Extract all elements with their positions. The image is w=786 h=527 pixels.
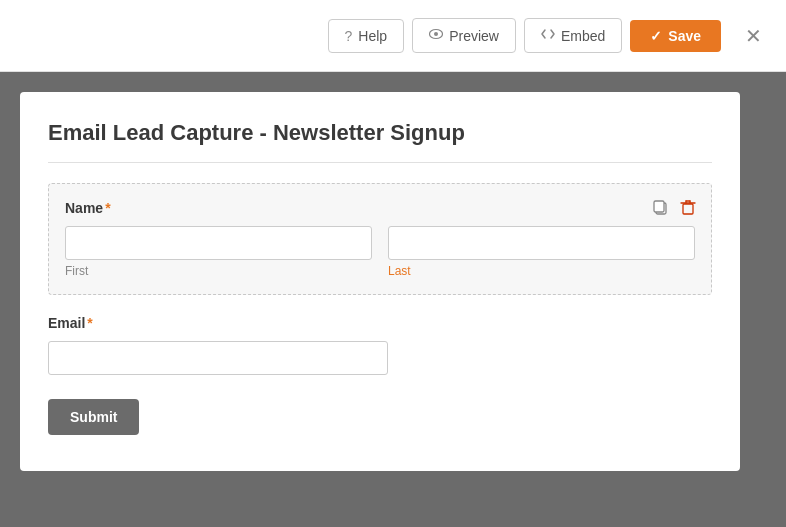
embed-icon (541, 27, 555, 44)
name-field-label: Name* (65, 200, 695, 216)
first-name-group: First (65, 226, 372, 278)
preview-label: Preview (449, 28, 499, 44)
close-button[interactable]: ✕ (737, 20, 770, 52)
submit-button[interactable]: Submit (48, 399, 139, 435)
svg-rect-3 (654, 201, 664, 212)
first-name-input[interactable] (65, 226, 372, 260)
delete-field-button[interactable] (677, 196, 699, 222)
email-input[interactable] (48, 341, 388, 375)
save-label: Save (668, 28, 701, 44)
first-sub-label: First (65, 264, 372, 278)
save-button[interactable]: ✓ Save (630, 20, 721, 52)
last-sub-label: Last (388, 264, 695, 278)
help-label: Help (358, 28, 387, 44)
close-icon: ✕ (745, 25, 762, 47)
name-inputs-row: First Last (65, 226, 695, 278)
preview-button[interactable]: Preview (412, 18, 516, 53)
embed-button[interactable]: Embed (524, 18, 622, 53)
last-name-input[interactable] (388, 226, 695, 260)
name-field-block: Name* (48, 183, 712, 295)
name-field-actions (649, 196, 699, 222)
name-label-text: Name (65, 200, 103, 216)
save-check-icon: ✓ (650, 28, 662, 44)
help-icon: ? (345, 28, 353, 44)
form-container: Email Lead Capture - Newsletter Signup N… (20, 92, 740, 471)
embed-label: Embed (561, 28, 605, 44)
last-name-group: Last (388, 226, 695, 278)
name-required-star: * (105, 200, 110, 216)
email-section: Email* (48, 315, 712, 375)
form-divider (48, 162, 712, 163)
email-label-text: Email (48, 315, 85, 331)
email-label: Email* (48, 315, 712, 331)
svg-rect-4 (683, 204, 693, 214)
svg-point-1 (434, 32, 438, 36)
topbar: ? Help Preview Embed ✓ Save ✕ (0, 0, 786, 72)
form-title: Email Lead Capture - Newsletter Signup (48, 120, 712, 146)
email-required-star: * (87, 315, 92, 331)
help-button[interactable]: ? Help (328, 19, 405, 53)
preview-icon (429, 27, 443, 44)
copy-field-button[interactable] (649, 196, 671, 222)
main-area: Email Lead Capture - Newsletter Signup N… (0, 72, 786, 527)
submit-label: Submit (70, 409, 117, 425)
